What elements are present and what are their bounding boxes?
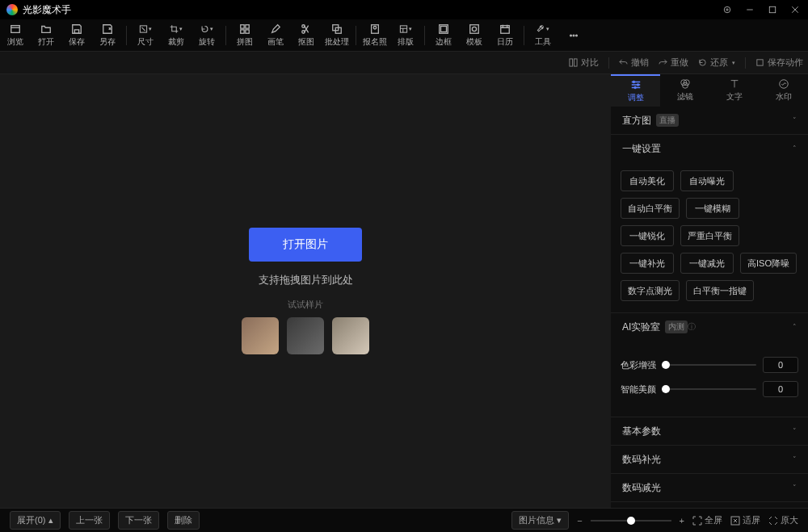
sample-image-2[interactable] <box>287 317 324 354</box>
settings-icon[interactable] <box>721 3 734 16</box>
saveas-icon <box>101 23 114 36</box>
svg-rect-6 <box>11 26 20 33</box>
svg-rect-3 <box>769 6 776 13</box>
toolbar-border[interactable]: 边框 <box>428 19 459 52</box>
tab-watermark[interactable]: 水印 <box>759 74 808 107</box>
section-header-基本参数[interactable]: 基本参数˅ <box>611 417 808 445</box>
section-header-AI实验室[interactable]: AI实验室内测 ⓘ˄ <box>611 313 808 341</box>
svg-rect-7 <box>74 30 78 33</box>
drop-hint: 支持拖拽图片到此处 <box>259 273 353 287</box>
fit-button[interactable]: 适屏 <box>730 514 760 526</box>
toolbar-calendar[interactable]: 日历 <box>490 19 520 52</box>
svg-rect-11 <box>241 30 244 33</box>
collage-icon <box>238 23 251 36</box>
save-icon <box>70 23 83 36</box>
open-image-button[interactable]: 打开图片 <box>249 228 362 262</box>
fullscreen-button[interactable]: 全屏 <box>692 514 722 526</box>
delete-button[interactable]: 删除 <box>167 511 200 530</box>
toolbar-crop[interactable]: ▾裁剪 <box>161 19 191 52</box>
slider-value-色彩增强[interactable]: 0 <box>763 357 798 373</box>
toolbar-rotate[interactable]: ▾旋转 <box>191 19 222 52</box>
preset-自动白平衡[interactable]: 自动白平衡 <box>621 198 680 219</box>
toolbar-tools[interactable]: ▾工具 <box>528 19 558 52</box>
svg-point-31 <box>633 81 635 83</box>
toolbar-cutout[interactable]: 抠图 <box>291 19 322 52</box>
svg-rect-22 <box>470 25 479 34</box>
section-header-数码补光[interactable]: 数码补光˅ <box>611 446 808 473</box>
svg-rect-24 <box>501 26 510 34</box>
cutout-icon <box>300 23 313 36</box>
svg-rect-10 <box>246 25 249 28</box>
svg-point-1 <box>726 9 728 10</box>
toolbar-brush[interactable]: 画笔 <box>260 19 291 52</box>
prev-button[interactable]: 上一张 <box>69 511 110 530</box>
toolbar-open[interactable]: 打开 <box>31 19 61 52</box>
preset-自动美化[interactable]: 自动美化 <box>621 170 674 191</box>
toolbar-saveas[interactable]: 另存 <box>92 19 123 52</box>
maximize-button[interactable] <box>766 3 779 16</box>
slider-value-智能美颜[interactable]: 0 <box>763 381 798 397</box>
redo-button[interactable]: 重做 <box>659 57 688 69</box>
expand-button[interactable]: 展开(0) ▴ <box>10 511 61 530</box>
preset-高ISO降噪[interactable]: 高ISO降噪 <box>740 253 797 274</box>
tab-text[interactable]: 文字 <box>709 74 759 107</box>
preset-一键减光[interactable]: 一键减光 <box>680 253 734 274</box>
sample-label: 试试样片 <box>288 299 323 311</box>
svg-point-23 <box>472 27 476 31</box>
section-header-清晰度[interactable]: 清晰度˅ <box>611 502 808 508</box>
section-header-一键设置[interactable]: 一键设置˄ <box>611 135 808 162</box>
preset-严重白平衡[interactable]: 严重白平衡 <box>680 225 739 246</box>
undo-button[interactable]: 撤销 <box>619 57 649 69</box>
save-action-button[interactable]: 保存动作 <box>755 57 803 69</box>
toolbar-batch[interactable]: 批处理 <box>322 19 352 52</box>
open-icon <box>40 23 53 36</box>
image-info-button[interactable]: 图片信息 ▾ <box>511 511 569 530</box>
next-button[interactable]: 下一张 <box>118 511 159 530</box>
rotate-icon: ▾ <box>200 23 213 36</box>
tab-adjust[interactable]: 调整 <box>611 74 660 107</box>
svg-rect-21 <box>441 27 447 32</box>
toolbar-more[interactable] <box>558 19 589 52</box>
sample-image-3[interactable] <box>332 317 369 354</box>
crop-icon: ▾ <box>170 23 183 36</box>
toolbar-template[interactable]: 模板 <box>459 19 490 52</box>
tab-filter[interactable]: 滤镜 <box>660 74 709 107</box>
zoom-slider[interactable] <box>591 520 671 522</box>
slider-色彩增强[interactable] <box>666 364 756 366</box>
preset-白平衡一指键[interactable]: 白平衡一指键 <box>686 280 754 301</box>
preset-数字点测光[interactable]: 数字点测光 <box>621 280 680 301</box>
toolbar-idphoto[interactable]: 报名照 <box>360 19 390 52</box>
section-header-直方图[interactable]: 直方图直播˅ <box>611 107 808 134</box>
orig-size-button[interactable]: 原大 <box>768 514 798 526</box>
sample-image-1[interactable] <box>242 317 279 354</box>
svg-point-27 <box>576 35 578 36</box>
svg-point-25 <box>570 35 572 36</box>
preset-一键模糊[interactable]: 一键模糊 <box>686 198 739 219</box>
preset-一键补光[interactable]: 一键补光 <box>621 253 674 274</box>
brush-icon <box>269 23 282 36</box>
preset-自动曝光[interactable]: 自动曝光 <box>680 170 734 191</box>
toolbar-layout[interactable]: ▾排版 <box>390 19 421 52</box>
restore-button[interactable]: 还原▾ <box>698 57 735 69</box>
zoom-in-button[interactable]: + <box>680 516 684 526</box>
tools-icon: ▾ <box>537 23 549 36</box>
section-header-数码减光[interactable]: 数码减光˅ <box>611 474 808 501</box>
slider-智能美颜[interactable] <box>666 388 756 390</box>
template-icon <box>468 23 481 36</box>
preset-一键锐化[interactable]: 一键锐化 <box>621 225 674 246</box>
compare-toggle[interactable]: 对比 <box>569 57 599 69</box>
more-icon <box>567 29 580 42</box>
idphoto-icon <box>368 23 381 36</box>
close-button[interactable] <box>789 3 802 16</box>
toolbar-browse[interactable]: 浏览 <box>0 19 31 52</box>
svg-rect-19 <box>400 26 406 32</box>
toolbar-collage[interactable]: 拼图 <box>229 19 260 52</box>
size-icon: ▾ <box>139 23 152 36</box>
zoom-out-button[interactable]: − <box>577 516 582 526</box>
minimize-button[interactable] <box>743 3 756 16</box>
svg-point-32 <box>637 84 639 86</box>
toolbar-size[interactable]: ▾尺寸 <box>130 19 161 52</box>
svg-point-33 <box>633 86 636 89</box>
toolbar-save[interactable]: 保存 <box>61 19 92 52</box>
svg-rect-12 <box>246 30 249 33</box>
